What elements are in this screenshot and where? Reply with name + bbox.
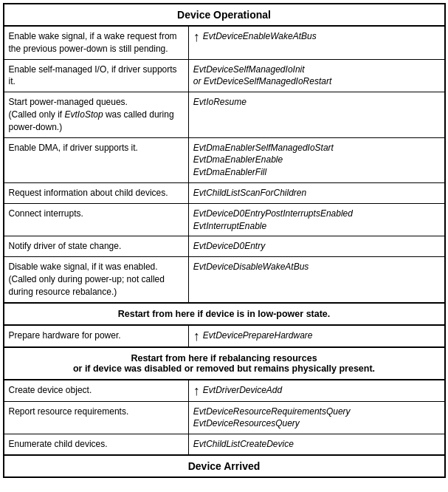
table-row: Prepare hardware for power. ↑ EvtDeviceP… bbox=[4, 326, 444, 346]
device-arrived-footer: Device Arrived bbox=[4, 454, 444, 476]
bot-row-1-right: ↑ EvtDriverDeviceAdd bbox=[189, 380, 444, 401]
table-row: Disable wake signal, if it was enabled.(… bbox=[4, 257, 444, 301]
row-6-left: Connect interrupts. bbox=[4, 204, 189, 236]
row-2-right: EvtDeviceSelfManagedIoInitor EvtDeviceSe… bbox=[189, 60, 444, 92]
middle-rows-section: Prepare hardware for power. ↑ EvtDeviceP… bbox=[4, 326, 444, 346]
row-3-right: EvtIoResume bbox=[189, 92, 444, 137]
row-4-right: EvtDmaEnablerSelfManagedIoStartEvtDmaEna… bbox=[189, 138, 444, 182]
row-5-right: EvtChildListScanForChildren bbox=[189, 183, 444, 203]
arrow-up-icon: ↑ bbox=[193, 329, 200, 343]
device-operational-header: Device Operational bbox=[4, 4, 444, 27]
table-row: Report resource requirements. EvtDeviceR… bbox=[4, 402, 444, 435]
row-1-event: EvtDeviceEnableWakeAtBus bbox=[203, 30, 317, 43]
row-2-left: Enable self-managed I/O, if driver suppo… bbox=[4, 60, 189, 92]
mid-row-1-right: ↑ EvtDevicePrepareHardware bbox=[189, 326, 444, 346]
row-1-left: Enable wake signal, if a wake request fr… bbox=[4, 27, 189, 59]
separator-rebalance-text: Restart from here if rebalancing resourc… bbox=[73, 353, 375, 374]
table-row: Start power-managed queues.(Called only … bbox=[4, 92, 444, 137]
separator-low-power: Restart from here if device is in low-po… bbox=[4, 302, 444, 326]
row-6-right: EvtDeviceD0EntryPostInterruptsEnabledEvt… bbox=[189, 204, 444, 236]
bot-row-1-left: Create device object. bbox=[4, 380, 189, 401]
table-row: Notify driver of state change. EvtDevice… bbox=[4, 236, 444, 257]
arrow-up-icon: ↑ bbox=[193, 384, 200, 397]
table-row: Enable DMA, if driver supports it. EvtDm… bbox=[4, 138, 444, 183]
table-row: Request information about child devices.… bbox=[4, 183, 444, 204]
bot-row-3-right: EvtChildListCreateDevice bbox=[189, 434, 444, 454]
row-8-left: Disable wake signal, if it was enabled.(… bbox=[4, 257, 189, 301]
table-row: Connect interrupts. EvtDeviceD0EntryPost… bbox=[4, 204, 444, 237]
table-row: Enumerate child devices. EvtChildListCre… bbox=[4, 434, 444, 454]
row-3-left: Start power-managed queues.(Called only … bbox=[4, 92, 189, 137]
mid-row-1-event: EvtDevicePrepareHardware bbox=[203, 329, 313, 342]
row-5-left: Request information about child devices. bbox=[4, 183, 189, 203]
row-4-left: Enable DMA, if driver supports it. bbox=[4, 138, 189, 182]
bot-row-1-event: EvtDriverDeviceAdd bbox=[203, 384, 282, 397]
bot-row-3-left: Enumerate child devices. bbox=[4, 434, 189, 454]
row-1-right: ↑ EvtDeviceEnableWakeAtBus bbox=[189, 27, 444, 59]
row-8-right: EvtDeviceDisableWakeAtBus bbox=[189, 257, 444, 301]
row-7-right: EvtDeviceD0Entry bbox=[189, 236, 444, 256]
table-row: Enable wake signal, if a wake request fr… bbox=[4, 27, 444, 60]
bot-row-2-right: EvtDeviceResourceRequirementsQueryEvtDev… bbox=[189, 402, 444, 434]
bottom-rows-section: Create device object. ↑ EvtDriverDeviceA… bbox=[4, 380, 444, 454]
row-7-left: Notify driver of state change. bbox=[4, 236, 189, 256]
bot-row-2-left: Report resource requirements. bbox=[4, 402, 189, 434]
table-row: Create device object. ↑ EvtDriverDeviceA… bbox=[4, 380, 444, 402]
separator-rebalance: Restart from here if rebalancing resourc… bbox=[4, 346, 444, 380]
table-row: Enable self-managed I/O, if driver suppo… bbox=[4, 60, 444, 93]
main-rows-section: Enable wake signal, if a wake request fr… bbox=[4, 27, 444, 302]
mid-row-1-left: Prepare hardware for power. bbox=[4, 326, 189, 346]
arrow-up-icon: ↑ bbox=[193, 30, 200, 44]
